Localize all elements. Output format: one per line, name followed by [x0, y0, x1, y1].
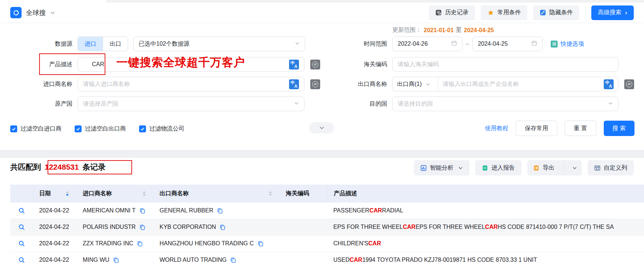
calendar-icon	[451, 40, 457, 46]
copy-icon[interactable]	[230, 257, 236, 263]
view-detail-icon[interactable]	[18, 240, 25, 247]
copy-icon[interactable]	[139, 208, 145, 214]
destination-label: 目的国	[332, 100, 387, 108]
columns-grid-icon	[594, 165, 600, 171]
sort-carets-icon[interactable]	[269, 191, 272, 196]
chevron-down-icon	[572, 166, 577, 170]
app-switcher[interactable]: 全球搜	[10, 7, 55, 18]
importer-input[interactable]: 请输入进口商名称 中 A	[78, 77, 304, 91]
exporter-synonym-toggle[interactable]: ⇄	[624, 79, 634, 89]
exporter-cell-text[interactable]: HANGZHOU HENGBO TRADING C	[160, 240, 254, 247]
exporter-cell: KYB CORPORATION	[154, 224, 280, 230]
synonym-icon: ⇄	[312, 81, 318, 87]
translate-icon[interactable]: 中 A	[289, 60, 299, 69]
column-header-1[interactable]: 日期	[33, 185, 77, 203]
product-desc-cell: EPS FOR THREE WHEEL CAR EPS FOR THREE WH…	[327, 224, 644, 230]
view-detail-icon[interactable]	[18, 224, 25, 231]
importer-row: 进口商名称 请输入进口商名称 中 A	[10, 77, 304, 91]
importer-cell-text[interactable]: ZZX TRADING INC	[83, 240, 133, 247]
translate-icon[interactable]: 中 A	[604, 79, 614, 89]
column-header-2[interactable]: 进口商名称	[77, 185, 154, 203]
reset-button[interactable]: 重 置	[565, 121, 596, 136]
exporter-compound-field: 出口商(1) 请输入出口商或生产企业名称 中 A	[392, 77, 618, 91]
search-button[interactable]: 搜 索	[604, 121, 634, 136]
importer-cell-text[interactable]: AMERICAN OMNI T	[83, 207, 136, 214]
filter-blank-exporter-checkbox[interactable]: 过滤空白出口商	[75, 125, 126, 133]
copy-icon[interactable]	[217, 208, 223, 214]
sort-carets-icon[interactable]	[143, 191, 146, 196]
export-more-button[interactable]	[567, 160, 582, 175]
view-detail-icon[interactable]	[18, 207, 25, 214]
star-icon	[487, 10, 494, 16]
destination-select[interactable]: 请选择目的国	[392, 97, 618, 111]
datasource-select[interactable]: 已选中102个数据源	[133, 37, 305, 51]
chevron-down-icon	[50, 10, 55, 15]
product-desc-input[interactable]: CAR 中 A	[78, 57, 304, 72]
advanced-search-label: 高级搜索	[598, 9, 621, 16]
exporter-input[interactable]: 请输入出口商或生产企业名称 中 A	[438, 79, 618, 89]
exporter-cell: GENERAL RUBBER	[154, 207, 280, 214]
translate-icon[interactable]: 中 A	[289, 79, 299, 89]
tutorial-link[interactable]: 使用教程	[485, 125, 508, 132]
desc-text: HS CODE 871410-000 7 P/T(7 C/T) THE SA	[498, 224, 614, 230]
export-button[interactable]: 导出	[527, 160, 560, 175]
end-date-value: 2024-04-25	[478, 41, 508, 47]
copy-icon[interactable]	[137, 241, 143, 246]
origin-select[interactable]: 请选择原产国	[78, 97, 304, 111]
importer-cell-text[interactable]: MING WU	[83, 257, 109, 263]
importer-cell: ZZX TRADING INC	[77, 240, 154, 247]
topbar-actions: 历史记录 常用条件 隐藏条件 高级搜索 ›	[429, 5, 634, 20]
copy-icon[interactable]	[220, 224, 225, 230]
product-synonym-toggle[interactable]: ⇄	[310, 60, 320, 69]
collapse-icon	[540, 10, 546, 16]
tab-import[interactable]: 进口	[78, 37, 103, 51]
expand-more-button[interactable]	[309, 122, 334, 133]
count-prefix: 共匹配到	[10, 162, 41, 172]
start-date-input[interactable]: 2022-04-26	[392, 37, 463, 51]
start-date-value: 2022-04-26	[398, 41, 428, 47]
exporter-cell: HANGZHOU HENGBO TRADING C	[154, 240, 280, 247]
product-desc-row: 产品描述 CAR 中 A	[10, 57, 304, 72]
filter-logistics-checkbox[interactable]: 过滤物流公司	[139, 125, 184, 133]
chevron-down-icon	[295, 41, 300, 46]
date-range-dash: –	[466, 41, 469, 47]
end-date-input[interactable]: 2024-04-25	[472, 37, 543, 51]
hide-conditions-button[interactable]: 隐藏条件	[533, 5, 579, 20]
view-detail-icon[interactable]	[18, 257, 25, 264]
filter-blank-importer-checkbox[interactable]: 过滤空白进口商	[10, 125, 61, 133]
favorites-button[interactable]: 常用条件	[481, 5, 527, 20]
keyword-highlight: CAR	[485, 224, 498, 230]
import-export-toggle: 进口 出口	[78, 37, 128, 51]
advanced-search-button[interactable]: 高级搜索 ›	[591, 5, 634, 20]
save-favorite-button[interactable]: 保存常用	[516, 121, 557, 136]
desc-text: USED	[333, 257, 349, 263]
product-desc-value: CAR	[92, 61, 104, 68]
importer-cell-text[interactable]: POLARIS INDUSTR	[83, 224, 136, 230]
exporter-cell-text[interactable]: WORLD AUTO TRADING	[160, 257, 226, 263]
exporter-type-select[interactable]: 出口商(1)	[393, 77, 438, 91]
column-header-3[interactable]: 出口商名称	[154, 185, 280, 203]
custom-columns-button[interactable]: 自定义列	[588, 160, 634, 175]
history-button[interactable]: 历史记录	[429, 5, 475, 20]
tab-export[interactable]: 出口	[103, 37, 128, 51]
enter-report-button[interactable]: 进入报告	[475, 160, 521, 175]
copy-icon[interactable]	[139, 224, 145, 230]
exporter-cell-text[interactable]: KYB CORPORATION	[160, 224, 216, 230]
importer-cell: POLARIS INDUSTR	[77, 224, 154, 230]
exporter-cell-text[interactable]: GENERAL RUBBER	[160, 207, 213, 214]
chevron-down-icon	[458, 166, 463, 170]
copy-icon[interactable]	[113, 257, 119, 263]
sort-carets-icon[interactable]	[66, 191, 69, 196]
update-start-date: 2021-01-01	[424, 27, 454, 34]
time-range-label: 时间范围	[332, 40, 387, 48]
copy-icon[interactable]	[258, 241, 263, 246]
quick-options-link[interactable]: ⌘ 快捷选项	[551, 40, 584, 48]
table-header: 日期进口商名称出口商名称海关编码产品描述	[10, 185, 644, 203]
analysis-chart-icon	[420, 165, 427, 171]
importer-synonym-toggle[interactable]: ⇄	[310, 79, 320, 89]
column-label: 产品描述	[334, 190, 357, 197]
hs-code-input[interactable]: 请输入海关编码	[392, 57, 618, 72]
table-row: 2024-04-22AMERICAN OMNI TGENERAL RUBBERP…	[10, 203, 644, 219]
smart-analysis-button[interactable]: 智能分析	[414, 160, 469, 175]
row-detail-cell	[10, 224, 33, 231]
